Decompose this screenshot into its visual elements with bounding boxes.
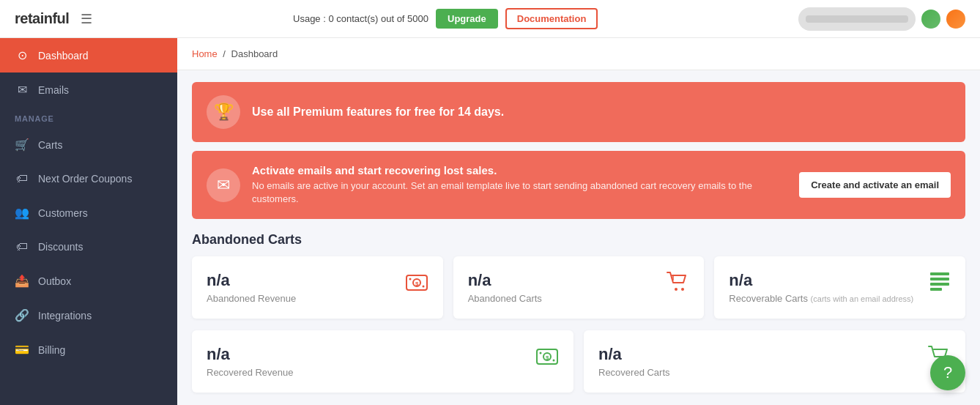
svg-point-16 bbox=[553, 360, 555, 362]
logo: retainful bbox=[15, 10, 69, 27]
stat-label: Abandoned Revenue bbox=[207, 293, 296, 304]
dashboard-icon: ⊙ bbox=[15, 48, 29, 62]
stat-value: n/a bbox=[468, 271, 542, 290]
svg-rect-10 bbox=[930, 283, 949, 286]
customers-icon: 👥 bbox=[15, 206, 29, 220]
breadcrumb-separator: / bbox=[223, 48, 228, 59]
email-banner-body: Activate emails and start recovering los… bbox=[252, 164, 787, 206]
email-banner-icon: ✉ bbox=[207, 168, 240, 202]
content-area: Home / Dashboard 🏆 Use all Premium featu… bbox=[177, 38, 980, 405]
svg-rect-9 bbox=[930, 278, 949, 280]
premium-icon: 🏆 bbox=[207, 95, 240, 129]
svg-point-6 bbox=[681, 288, 684, 291]
recoverable-carts-icon bbox=[929, 271, 951, 297]
svg-point-4 bbox=[422, 286, 424, 288]
topbar: retainful ☰ Usage : 0 contact(s) out of … bbox=[0, 0, 980, 38]
stat-label: Abandoned Carts bbox=[468, 293, 542, 304]
recovered-revenue-icon: $ bbox=[535, 345, 559, 374]
user-info bbox=[798, 7, 916, 31]
usage-text: Usage : 0 contact(s) out of 5000 bbox=[293, 13, 428, 24]
stat-value: n/a bbox=[598, 345, 670, 364]
sidebar-label: Integrations bbox=[38, 310, 92, 322]
carts-icon: 🛒 bbox=[15, 138, 29, 152]
sidebar-label: Dashboard bbox=[38, 50, 89, 62]
stat-label-sub: (carts with an email address) bbox=[811, 294, 914, 303]
abandoned-carts-bottom-row: n/a Recovered Revenue $ n/a bbox=[177, 330, 980, 404]
coupons-icon: 🏷 bbox=[15, 172, 29, 185]
avatar-orange bbox=[946, 10, 965, 29]
sidebar-label: Customers bbox=[38, 207, 88, 219]
abandoned-carts-title: Abandoned Carts bbox=[192, 232, 965, 248]
stat-label: Recoverable Carts (carts with an email a… bbox=[729, 293, 913, 304]
stat-card-recovered-carts: n/a Recovered Carts bbox=[584, 330, 965, 393]
abandoned-carts-top-row: n/a Abandoned Revenue $ n/a bbox=[177, 256, 980, 330]
stat-label: Recovered Revenue bbox=[207, 367, 294, 378]
abandoned-revenue-icon: $ bbox=[405, 271, 428, 300]
stat-card-recovered-revenue: n/a Recovered Revenue $ bbox=[192, 330, 573, 393]
integrations-icon: 🔗 bbox=[15, 308, 29, 322]
stat-card-recoverable-carts: n/a Recoverable Carts (carts with an ema… bbox=[714, 256, 965, 319]
breadcrumb-current: Dashboard bbox=[231, 48, 278, 59]
stat-value: n/a bbox=[729, 271, 913, 290]
stat-card-abandoned-carts: n/a Abandoned Carts bbox=[453, 256, 705, 319]
sidebar-item-integrations[interactable]: 🔗 Integrations bbox=[0, 298, 177, 332]
sidebar-item-billing[interactable]: 💳 Billing bbox=[0, 332, 177, 367]
discounts-icon: 🏷 bbox=[15, 240, 29, 253]
email-banner-title: Activate emails and start recovering los… bbox=[252, 164, 787, 177]
user-area bbox=[798, 7, 965, 31]
sidebar-item-emails[interactable]: ✉ Emails bbox=[0, 73, 177, 107]
trophy-icon: 🏆 bbox=[214, 103, 234, 122]
svg-text:$: $ bbox=[546, 354, 549, 361]
svg-point-5 bbox=[675, 288, 678, 291]
sidebar-item-customers[interactable]: 👥 Customers bbox=[0, 196, 177, 230]
sidebar-label: Outbox bbox=[38, 275, 71, 287]
fab-icon: ? bbox=[943, 363, 952, 382]
svg-rect-11 bbox=[930, 288, 942, 291]
breadcrumb: Home / Dashboard bbox=[177, 38, 980, 70]
user-name-placeholder bbox=[806, 15, 908, 23]
avatar-green bbox=[921, 10, 940, 29]
sidebar-label: Carts bbox=[38, 139, 62, 151]
sidebar-label: Discounts bbox=[38, 241, 83, 253]
stat-label: Recovered Carts bbox=[598, 367, 670, 378]
premium-banner-text: Use all Premium features for free for 14… bbox=[252, 105, 504, 119]
create-activate-email-button[interactable]: Create and activate an email bbox=[799, 172, 951, 198]
sidebar-section-manage: MANAGE bbox=[0, 107, 177, 127]
email-activation-banner: ✉ Activate emails and start recovering l… bbox=[192, 151, 965, 219]
svg-point-3 bbox=[409, 278, 411, 280]
documentation-button[interactable]: Documentation bbox=[505, 8, 598, 29]
emails-icon: ✉ bbox=[15, 83, 29, 97]
sidebar-label: Billing bbox=[38, 344, 65, 356]
sidebar-item-dashboard[interactable]: ⊙ Dashboard bbox=[0, 38, 177, 73]
fab-button[interactable]: ? bbox=[930, 355, 965, 390]
main-layout: ⊙ Dashboard ✉ Emails MANAGE 🛒 Carts 🏷 Ne… bbox=[0, 38, 980, 405]
svg-rect-8 bbox=[930, 272, 949, 275]
abandoned-carts-icon bbox=[666, 271, 689, 297]
premium-banner: 🏆 Use all Premium features for free for … bbox=[192, 82, 965, 142]
sidebar-item-discounts[interactable]: 🏷 Discounts bbox=[0, 230, 177, 264]
svg-point-15 bbox=[540, 352, 542, 354]
stat-value: n/a bbox=[207, 345, 294, 364]
stat-card-abandoned-revenue: n/a Abandoned Revenue $ bbox=[192, 256, 443, 319]
sidebar-item-carts[interactable]: 🛒 Carts bbox=[0, 127, 177, 162]
svg-text:$: $ bbox=[415, 280, 419, 287]
sidebar: ⊙ Dashboard ✉ Emails MANAGE 🛒 Carts 🏷 Ne… bbox=[0, 38, 177, 405]
outbox-icon: 📤 bbox=[15, 274, 29, 288]
envelope-icon: ✉ bbox=[217, 176, 230, 195]
sidebar-label: Emails bbox=[38, 84, 69, 96]
hamburger-button[interactable]: ☰ bbox=[81, 11, 92, 27]
stat-value: n/a bbox=[207, 271, 296, 290]
billing-icon: 💳 bbox=[15, 343, 29, 357]
upgrade-button[interactable]: Upgrade bbox=[436, 9, 498, 29]
sidebar-label: Next Order Coupons bbox=[38, 173, 132, 185]
breadcrumb-home[interactable]: Home bbox=[192, 48, 218, 59]
sidebar-item-outbox[interactable]: 📤 Outbox bbox=[0, 264, 177, 298]
email-banner-description: No emails are active in your account. Se… bbox=[252, 179, 787, 206]
sidebar-item-next-order-coupons[interactable]: 🏷 Next Order Coupons bbox=[0, 162, 177, 196]
